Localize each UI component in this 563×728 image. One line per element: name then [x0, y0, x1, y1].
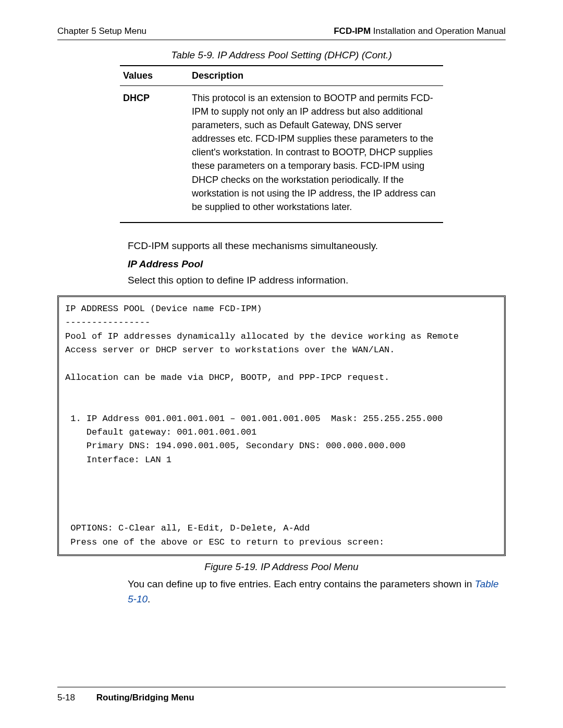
subheading-ip-address-pool: IP Address Pool	[128, 258, 506, 270]
dhcp-table: Values Description DHCP This protocol is…	[120, 65, 443, 223]
running-header: Chapter 5 Setup Menu FCD-IPM Installatio…	[57, 26, 506, 40]
page: Chapter 5 Setup Menu FCD-IPM Installatio…	[0, 0, 563, 728]
header-right-rest: Installation and Operation Manual	[371, 26, 506, 36]
footer-section-title: Routing/Bridging Menu	[96, 693, 194, 702]
page-number: 5-18	[57, 693, 94, 703]
table-caption: Table 5-9. IP Address Pool Setting (DHCP…	[57, 50, 506, 61]
col-header-description: Description	[189, 66, 443, 86]
cell-value: DHCP	[120, 86, 189, 223]
paragraph: FCD-IPM supports all these mechanisms si…	[128, 239, 506, 254]
page-footer: 5-18 Routing/Bridging Menu	[57, 687, 506, 703]
header-right: FCD-IPM Installation and Operation Manua…	[334, 26, 506, 36]
figure-caption: Figure 5-19. IP Address Pool Menu	[57, 561, 506, 573]
terminal-screen: IP ADDRESS POOL (Device name FCD-IPM) --…	[57, 295, 506, 556]
para-text: .	[148, 594, 150, 604]
para-text: You can define up to five entries. Each …	[128, 578, 475, 589]
cell-description: This protocol is an extension to BOOTP a…	[189, 86, 443, 223]
header-right-bold: FCD-IPM	[334, 26, 371, 36]
table-row: DHCP This protocol is an extension to BO…	[120, 86, 443, 223]
header-left: Chapter 5 Setup Menu	[57, 26, 146, 36]
paragraph: Select this option to define IP address …	[128, 273, 506, 288]
col-header-values: Values	[120, 66, 189, 86]
paragraph: You can define up to five entries. Each …	[128, 577, 506, 607]
